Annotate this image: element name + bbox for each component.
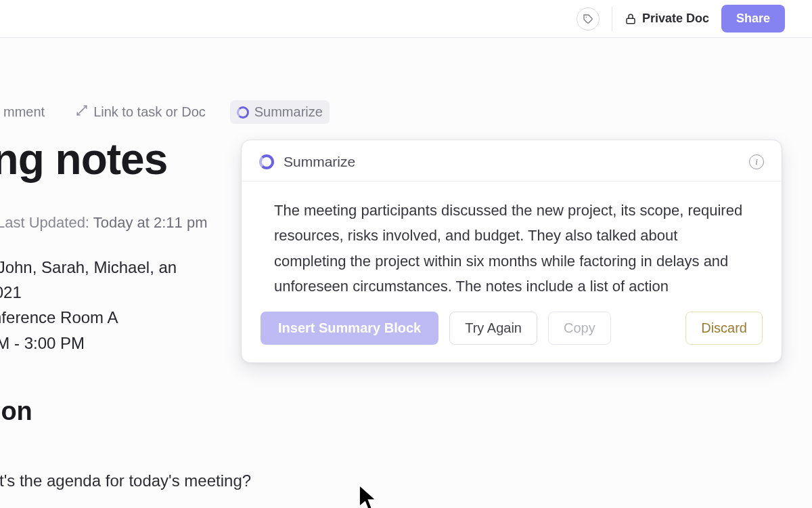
insert-summary-button[interactable]: Insert Summary Block [261, 312, 438, 345]
svg-marker-4 [359, 485, 377, 508]
top-bar: Private Doc Share [0, 0, 812, 38]
ai-icon [237, 106, 249, 119]
tag-icon [583, 14, 593, 24]
last-updated-label: Last Updated: [0, 214, 89, 231]
section-heading-conversation: ersation [0, 397, 32, 426]
share-button[interactable]: Share [721, 5, 785, 33]
summarize-panel-actions: Insert Summary Block Try Again Copy Disc… [242, 312, 782, 362]
discard-button[interactable]: Discard [685, 312, 763, 345]
participants-line: nts: John, Sarah, Michael, an [0, 255, 177, 280]
page-title[interactable]: Meeting notes [0, 134, 167, 184]
svg-rect-1 [627, 18, 635, 24]
location-line: : Conference Room A [0, 305, 177, 330]
svg-point-0 [585, 16, 587, 18]
copy-button[interactable]: Copy [548, 312, 611, 345]
summarize-panel-title: Summarize [284, 154, 355, 170]
link-label: Link to task or Doc [93, 104, 206, 120]
doc-meta: nts: John, Sarah, Michael, an 15/2021 : … [0, 255, 177, 356]
header-divider [612, 7, 612, 31]
lock-icon [625, 13, 637, 25]
comment-tool[interactable]: mment [0, 100, 51, 124]
summarize-panel-header: Summarize i [242, 140, 782, 182]
try-again-button[interactable]: Try Again [449, 312, 537, 345]
summarize-tool[interactable]: Summarize [230, 100, 330, 124]
summarize-panel: Summarize i The meeting participants dis… [241, 140, 782, 363]
date-line: 15/2021 [0, 280, 177, 305]
comment-label: mment [3, 104, 45, 120]
svg-line-3 [77, 110, 83, 115]
conversation-line[interactable]: what's the agenda for today's meeting? [0, 471, 251, 490]
summarize-label: Summarize [254, 104, 323, 120]
last-updated: Last Updated: Today at 2:11 pm [0, 214, 207, 232]
context-toolbar: mment Link to task or Doc Summarize [0, 100, 330, 124]
info-icon[interactable]: i [749, 154, 764, 169]
document-area: mment Link to task or Doc Summarize Meet… [0, 38, 812, 508]
link-tool[interactable]: Link to task or Doc [69, 100, 212, 124]
mouse-cursor-icon [357, 484, 380, 508]
ai-icon [259, 154, 274, 169]
summarize-panel-body: The meeting participants discussed the n… [242, 182, 782, 312]
privacy-toggle[interactable]: Private Doc [625, 12, 709, 26]
participants-value: John, Sarah, Michael, an [0, 258, 177, 276]
last-updated-value: Today at 2:11 pm [93, 214, 208, 231]
time-line: 00 PM - 3:00 PM [0, 331, 177, 356]
privacy-label: Private Doc [642, 12, 709, 26]
tag-button[interactable] [577, 7, 600, 30]
link-icon [76, 104, 88, 120]
